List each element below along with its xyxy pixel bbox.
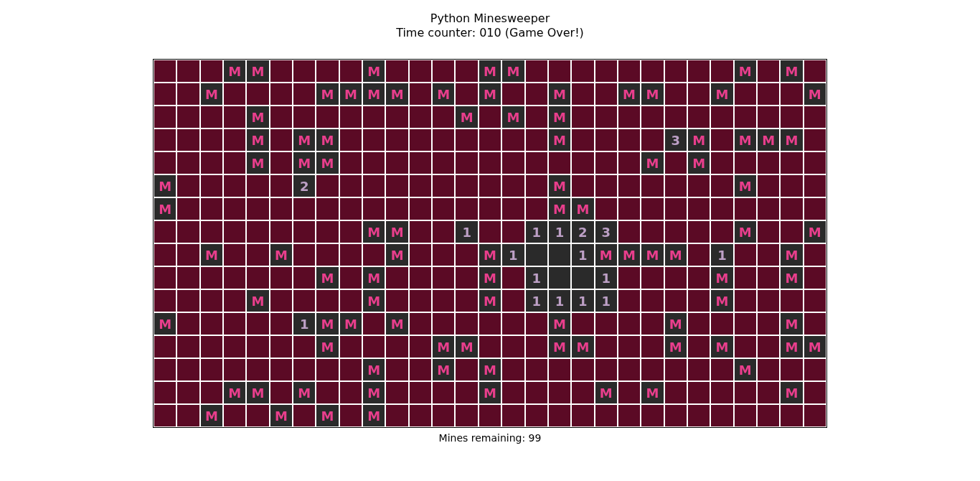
cell-r9-c25[interactable] [734, 266, 757, 289]
cell-r15-c17[interactable] [548, 404, 571, 427]
cell-r0-c17[interactable] [548, 60, 571, 83]
cell-r6-c19[interactable] [595, 197, 618, 220]
cell-r6-c11[interactable] [409, 197, 432, 220]
cell-r7-c12[interactable] [432, 220, 455, 243]
cell-r0-c3[interactable]: M [223, 60, 246, 83]
cell-r2-c2[interactable] [200, 106, 223, 129]
cell-r14-c4[interactable]: M [246, 381, 269, 404]
cell-r6-c18[interactable]: M [571, 197, 594, 220]
cell-r4-c4[interactable]: M [246, 151, 269, 174]
cell-r11-c23[interactable] [687, 312, 710, 335]
cell-r4-c20[interactable] [618, 151, 641, 174]
cell-r9-c15[interactable] [501, 266, 524, 289]
cell-r14-c21[interactable]: M [641, 381, 664, 404]
cell-r6-c14[interactable] [479, 197, 501, 220]
cell-r14-c2[interactable] [200, 381, 223, 404]
cell-r10-c19[interactable]: 1 [595, 289, 618, 312]
cell-r14-c10[interactable] [385, 381, 408, 404]
cell-r0-c24[interactable] [710, 60, 733, 83]
cell-r1-c3[interactable] [223, 83, 246, 106]
cell-r3-c14[interactable] [479, 129, 501, 151]
cell-r13-c13[interactable] [455, 358, 478, 381]
cell-r4-c8[interactable] [339, 151, 362, 174]
cell-r13-c0[interactable] [154, 358, 176, 381]
cell-r2-c10[interactable] [385, 106, 408, 129]
cell-r7-c24[interactable] [710, 220, 733, 243]
cell-r1-c2[interactable]: M [200, 83, 223, 106]
cell-r1-c7[interactable]: M [316, 83, 339, 106]
cell-r15-c4[interactable] [246, 404, 269, 427]
minesweeper-board[interactable]: MMMMMMMMMMMMMMMMMMMMMMMMMMM3MMMMMMMMMM2M… [153, 59, 827, 428]
cell-r8-c4[interactable] [246, 243, 269, 266]
cell-r9-c6[interactable] [293, 266, 316, 289]
cell-r14-c18[interactable] [571, 381, 594, 404]
cell-r11-c11[interactable] [409, 312, 432, 335]
cell-r15-c16[interactable] [525, 404, 548, 427]
cell-r13-c1[interactable] [176, 358, 199, 381]
cell-r13-c24[interactable] [710, 358, 733, 381]
cell-r5-c20[interactable] [618, 174, 641, 197]
cell-r9-c19[interactable]: 1 [595, 266, 618, 289]
cell-r9-c26[interactable] [757, 266, 780, 289]
cell-r8-c11[interactable] [409, 243, 432, 266]
cell-r9-c16[interactable]: 1 [525, 266, 548, 289]
cell-r13-c11[interactable] [409, 358, 432, 381]
cell-r12-c5[interactable] [270, 335, 293, 358]
cell-r8-c7[interactable] [316, 243, 339, 266]
cell-r13-c6[interactable] [293, 358, 316, 381]
cell-r7-c19[interactable]: 3 [595, 220, 618, 243]
cell-r3-c20[interactable] [618, 129, 641, 151]
cell-r13-c14[interactable]: M [479, 358, 501, 381]
cell-r11-c26[interactable] [757, 312, 780, 335]
cell-r10-c16[interactable]: 1 [525, 289, 548, 312]
cell-r10-c2[interactable] [200, 289, 223, 312]
cell-r10-c13[interactable] [455, 289, 478, 312]
cell-r6-c28[interactable] [804, 197, 826, 220]
cell-r10-c26[interactable] [757, 289, 780, 312]
cell-r6-c15[interactable] [501, 197, 524, 220]
cell-r0-c10[interactable] [385, 60, 408, 83]
cell-r12-c8[interactable] [339, 335, 362, 358]
cell-r1-c26[interactable] [757, 83, 780, 106]
cell-r7-c5[interactable] [270, 220, 293, 243]
cell-r7-c15[interactable] [501, 220, 524, 243]
cell-r11-c27[interactable]: M [780, 312, 803, 335]
cell-r12-c4[interactable] [246, 335, 269, 358]
cell-r10-c24[interactable]: M [710, 289, 733, 312]
cell-r2-c14[interactable] [479, 106, 501, 129]
cell-r9-c12[interactable] [432, 266, 455, 289]
cell-r11-c14[interactable] [479, 312, 501, 335]
cell-r10-c6[interactable] [293, 289, 316, 312]
cell-r14-c17[interactable] [548, 381, 571, 404]
cell-r6-c26[interactable] [757, 197, 780, 220]
cell-r1-c21[interactable]: M [641, 83, 664, 106]
cell-r4-c18[interactable] [571, 151, 594, 174]
cell-r9-c10[interactable] [385, 266, 408, 289]
cell-r6-c6[interactable] [293, 197, 316, 220]
cell-r14-c20[interactable] [618, 381, 641, 404]
cell-r11-c2[interactable] [200, 312, 223, 335]
cell-r3-c12[interactable] [432, 129, 455, 151]
cell-r12-c14[interactable] [479, 335, 501, 358]
cell-r7-c6[interactable] [293, 220, 316, 243]
cell-r5-c11[interactable] [409, 174, 432, 197]
cell-r14-c27[interactable]: M [780, 381, 803, 404]
cell-r12-c26[interactable] [757, 335, 780, 358]
cell-r0-c4[interactable]: M [246, 60, 269, 83]
cell-r10-c27[interactable] [780, 289, 803, 312]
cell-r2-c15[interactable]: M [501, 106, 524, 129]
cell-r5-c25[interactable]: M [734, 174, 757, 197]
cell-r12-c17[interactable]: M [548, 335, 571, 358]
cell-r2-c9[interactable] [362, 106, 385, 129]
cell-r5-c19[interactable] [595, 174, 618, 197]
cell-r13-c4[interactable] [246, 358, 269, 381]
cell-r12-c16[interactable] [525, 335, 548, 358]
cell-r8-c9[interactable] [362, 243, 385, 266]
cell-r5-c21[interactable] [641, 174, 664, 197]
cell-r11-c24[interactable] [710, 312, 733, 335]
cell-r10-c4[interactable]: M [246, 289, 269, 312]
cell-r14-c7[interactable] [316, 381, 339, 404]
cell-r8-c22[interactable]: M [664, 243, 687, 266]
cell-r12-c11[interactable] [409, 335, 432, 358]
cell-r13-c26[interactable] [757, 358, 780, 381]
